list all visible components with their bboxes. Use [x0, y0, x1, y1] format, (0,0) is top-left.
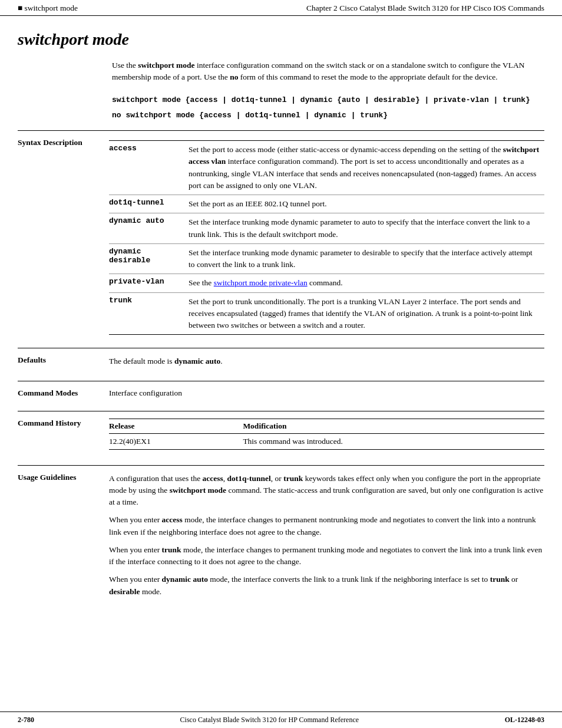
command-modes-section: Command Modes Interface configuration: [18, 381, 544, 405]
usage-para-3: When you enter trunk mode, the interface…: [109, 544, 544, 568]
syntax-block: switchport mode {access | dot1q-tunnel |…: [112, 94, 544, 123]
command-history-table: Release Modification 12.2(40)EX1 This co…: [109, 419, 544, 450]
intro-bold2: no: [230, 73, 238, 81]
command-history-label: Command History: [18, 419, 109, 450]
param-trunk: trunk: [109, 292, 189, 334]
defaults-text2: .: [220, 357, 222, 365]
param-dynamic-auto: dynamic auto: [109, 213, 189, 244]
desc-access: Set the port to access mode (either stat…: [189, 141, 544, 195]
table-row: dynamic desirable Set the interface trun…: [109, 243, 544, 274]
command-history-content: Release Modification 12.2(40)EX1 This co…: [109, 419, 544, 450]
table-row: dynamic auto Set the interface trunking …: [109, 213, 544, 244]
syntax-line-1: switchport mode {access | dot1q-tunnel |…: [112, 94, 544, 107]
desc-dynamic-auto: Set the interface trunking mode dynamic …: [189, 213, 544, 244]
defaults-bold: dynamic auto: [174, 357, 220, 365]
param-dynamic-desirable: dynamic desirable: [109, 243, 189, 274]
usage-guidelines-content: A configuration that uses the access, do…: [109, 473, 544, 598]
desc-dynamic-desirable: Set the interface trunking mode dynamic …: [189, 243, 544, 274]
footer-doc-number: OL-12248-03: [505, 716, 544, 724]
footer-title: Cisco Catalyst Blade Switch 3120 for HP …: [180, 716, 359, 724]
table-row: 12.2(40)EX1 This command was introduced.: [109, 433, 544, 449]
main-content: switchport mode Use the switchport mode …: [0, 18, 562, 652]
table-row: trunk Set the port to trunk unconditiona…: [109, 292, 544, 334]
col-header-modification: Modification: [243, 419, 544, 433]
usage-para-2: When you enter access mode, the interfac…: [109, 514, 544, 538]
usage-guidelines-section: Usage Guidelines A configuration that us…: [18, 465, 544, 605]
command-modes-label: Command Modes: [18, 388, 109, 398]
syntax-table: access Set the port to access mode (eith…: [109, 141, 544, 334]
syntax-description-content: access Set the port to access mode (eith…: [109, 138, 544, 335]
intro-text1: Use the: [112, 61, 138, 70]
param-private-vlan: private-vlan: [109, 274, 189, 292]
syntax-line-2: no switchport mode {access | dot1q-tunne…: [112, 110, 544, 122]
release-value: 12.2(40)EX1: [109, 433, 243, 449]
syntax-description-section: Syntax Description access Set the port t…: [18, 130, 544, 342]
header-left: ■ switchport mode: [18, 4, 78, 13]
intro-bold1: switchport mode: [138, 61, 194, 70]
param-access: access: [109, 141, 189, 195]
usage-guidelines-label: Usage Guidelines: [18, 473, 109, 598]
command-history-section: Command History Release Modification 12.…: [18, 411, 544, 457]
usage-para-1: A configuration that uses the access, do…: [109, 473, 544, 509]
table-row: private-vlan See the switchport mode pri…: [109, 274, 544, 292]
defaults-text1: The default mode is: [109, 357, 174, 365]
table-row: access Set the port to access mode (eith…: [109, 141, 544, 195]
usage-para-4: When you enter dynamic auto mode, the in…: [109, 574, 544, 598]
modification-value: This command was introduced.: [243, 433, 544, 449]
table-row: dot1q-tunnel Set the port as an IEEE 802…: [109, 195, 544, 213]
col-header-release: Release: [109, 419, 243, 433]
page-title: switchport mode: [18, 30, 544, 49]
defaults-section: Defaults The default mode is dynamic aut…: [18, 348, 544, 374]
param-dot1q: dot1q-tunnel: [109, 195, 189, 213]
intro-section: Use the switchport mode interface config…: [112, 60, 544, 84]
page-header: ■ switchport mode Chapter 2 Cisco Cataly…: [0, 0, 562, 16]
syntax-table-wrapper: access Set the port to access mode (eith…: [109, 140, 544, 335]
page-footer: 2-780 Cisco Catalyst Blade Switch 3120 f…: [0, 711, 562, 728]
defaults-content: The default mode is dynamic auto.: [109, 355, 544, 367]
command-modes-text: Interface configuration: [109, 388, 544, 398]
desc-dot1q: Set the port as an IEEE 802.1Q tunnel po…: [189, 195, 544, 213]
page: ■ switchport mode Chapter 2 Cisco Cataly…: [0, 0, 562, 728]
footer-page-number: 2-780: [18, 716, 34, 724]
defaults-text: The default mode is dynamic auto.: [109, 355, 544, 367]
table-header-row: Release Modification: [109, 419, 544, 433]
defaults-label: Defaults: [18, 355, 109, 367]
desc-private-vlan: See the switchport mode private-vlan com…: [189, 274, 544, 292]
command-modes-content: Interface configuration: [109, 388, 544, 398]
desc-trunk: Set the port to trunk unconditionally. T…: [189, 292, 544, 334]
header-right: Chapter 2 Cisco Catalyst Blade Switch 31…: [306, 4, 544, 13]
private-vlan-link[interactable]: switchport mode private-vlan: [214, 278, 308, 287]
intro-text3: form of this command to reset the mode t…: [238, 73, 497, 81]
syntax-description-label: Syntax Description: [18, 138, 109, 335]
intro-paragraph: Use the switchport mode interface config…: [112, 60, 544, 84]
